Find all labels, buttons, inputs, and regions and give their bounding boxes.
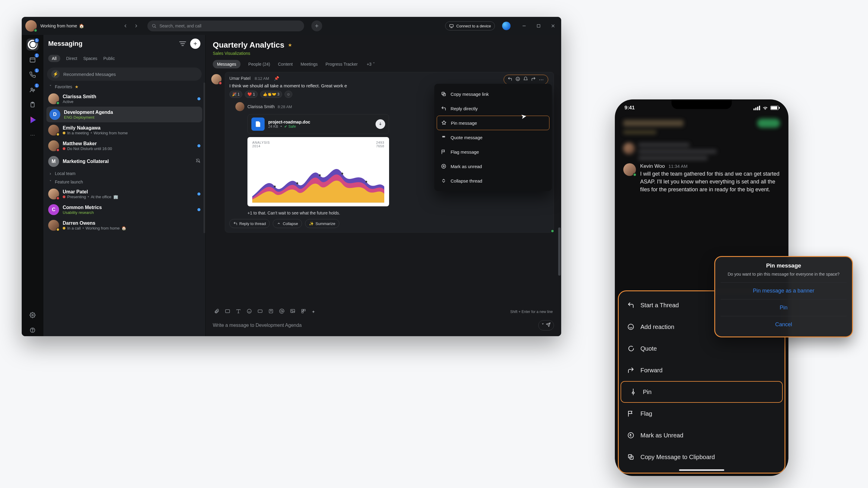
attach-icon[interactable] [214,308,219,315]
compose-input[interactable]: Write a message to Development Agenda [213,319,535,331]
sheet-copy[interactable]: Copy Message to Clipboard [619,446,784,468]
tab-messages[interactable]: Messages [213,60,241,68]
global-search-input[interactable]: Search, meet, and call [147,21,304,31]
remind-icon[interactable] [523,76,528,83]
ctx-collapse-thread[interactable]: Collapse thread [437,173,550,188]
download-button[interactable] [375,119,385,129]
popover-pin-banner-button[interactable]: Pin message as a banner [721,282,846,299]
add-reaction-button[interactable]: ☺ [284,91,292,98]
send-button[interactable] [546,322,551,328]
rail-calendar[interactable]: 1 [27,54,38,66]
tab-people[interactable]: People (24) [248,62,270,67]
rail-settings[interactable] [27,309,38,321]
rail-vidapp[interactable] [27,114,38,126]
rail-calls[interactable]: 1 [27,69,38,81]
sheet-flag[interactable]: Flag [619,403,784,424]
tab-meetings[interactable]: Meetings [301,62,318,67]
section-feature[interactable]: ˅Feature launch [43,178,205,186]
ctx-flag-message[interactable]: Flag message [437,144,550,159]
emoji-icon[interactable] [247,308,252,315]
connect-device-button[interactable]: Connect to a device [445,22,495,30]
thread-author: Clarissa Smith [247,104,275,109]
forward-icon[interactable] [531,76,536,83]
list-item[interactable]: Clarissa SmithActive [43,91,205,107]
ai-icon[interactable]: ✦ [312,310,315,314]
mobile-mockup: 9:41 Kevin Woo11:34 AM I will get the te… [615,99,788,476]
list-item[interactable]: Matthew Baker Do Not Disturb until 16:00 [43,138,205,154]
rail-teams[interactable]: 1 [27,84,38,96]
svg-point-46 [291,310,292,311]
svg-line-1 [155,27,156,28]
home-indicator[interactable] [679,469,724,471]
personal-icon[interactable] [268,308,274,315]
new-action-button[interactable] [311,21,322,31]
filter-spaces[interactable]: Spaces [83,56,97,61]
collapse-button[interactable]: Collapse [273,219,302,228]
ctx-pin-message[interactable]: Pin message [437,116,550,130]
conversation-pane: Quarterly Analytics★ Sales Visualization… [206,35,561,336]
filter-all[interactable]: All [48,55,60,62]
section-favorites[interactable]: ˅Favorites★ [43,83,205,91]
reaction-chip[interactable]: 👍👏🤝 3 [260,91,282,98]
gif-icon[interactable] [257,308,263,315]
recommended-messages-row[interactable]: ⚡ Recommended Messages [47,67,202,81]
image-icon[interactable] [290,308,296,315]
minimize-button[interactable] [520,22,529,30]
list-item[interactable]: C Common Metrics Usability research [43,202,205,218]
summarize-button[interactable]: ✨ Summarize [305,219,339,228]
self-status[interactable]: Working from home🏠 [40,24,84,28]
sheet-mark-unread[interactable]: Mark as Unread [619,424,784,446]
list-item[interactable]: Umar Patel PresentingAt the office🏢 [43,186,205,202]
file-attachment-card[interactable]: project-roadmap.doc 24 KB • ✔ Safe [247,114,389,134]
list-item-selected[interactable]: D Development AgendaENG Deployment [46,107,202,122]
rail-help[interactable] [27,324,38,336]
rail-clipboard[interactable] [27,99,38,111]
chart-preview-card[interactable]: ANALYSIS2014 24937658 [247,137,389,206]
sidebar-filter-button[interactable] [178,39,187,48]
reply-icon[interactable] [507,76,513,83]
nav-back-button[interactable] [121,22,130,30]
unread-indicator [197,97,200,100]
svg-point-25 [516,77,520,81]
tab-progress[interactable]: Progress Tracker [326,62,358,67]
reaction-chip[interactable]: 🎉 1 [229,91,242,98]
reaction-chip[interactable]: ❤️ 1 [245,91,258,98]
self-avatar[interactable] [25,20,37,32]
sheet-quote[interactable]: Quote [619,338,784,359]
ctx-mark-unread[interactable]: Mark as unread [437,159,550,173]
pin-confirm-popover: Pin message Do you want to pin this mess… [714,256,853,337]
scrollbar-thumb[interactable] [558,227,561,275]
close-button[interactable] [549,22,558,30]
send-options-button[interactable]: ˅ [541,323,544,328]
ctx-quote-message[interactable]: Quote message [437,130,550,144]
recommended-label: Recommended Messages [63,72,116,77]
nav-forward-button[interactable] [132,22,141,30]
mention-icon[interactable] [279,308,284,315]
filter-direct[interactable]: Direct [66,56,78,61]
rail-more[interactable]: ⋯ [27,129,38,141]
popover-pin-button[interactable]: Pin [721,299,846,316]
section-local[interactable]: ›Local team [43,169,205,178]
apps-icon[interactable] [301,308,306,315]
ctx-copy-link[interactable]: Copy message link [437,87,550,101]
filter-public[interactable]: Public [103,56,115,61]
react-icon[interactable] [516,76,520,83]
rail-messaging[interactable]: 5 [27,38,38,51]
sheet-pin[interactable]: Pin [621,381,783,403]
more-icon[interactable]: ⋯ [539,77,544,83]
list-item[interactable]: Emily Nakagawa In a meetingWorking from … [43,122,205,138]
format-icon[interactable] [236,308,241,315]
reply-to-thread-button[interactable]: Reply to thread [229,219,270,228]
sheet-forward[interactable]: Forward [619,359,784,381]
list-item[interactable]: M Marketing Collateral [43,154,205,169]
list-item[interactable]: Darren Owens In a callWorking from home🏠 [43,218,205,233]
maximize-button[interactable] [534,22,543,30]
tabs-overflow[interactable]: +3 ˅ [367,62,375,67]
conversation-tabs: Messages People (24) Content Meetings Pr… [206,58,561,71]
screenshot-icon[interactable] [225,308,230,315]
new-message-button[interactable] [190,38,200,49]
ctx-reply-directly[interactable]: Reply directly [437,101,550,116]
tab-content[interactable]: Content [278,62,293,67]
popover-cancel-button[interactable]: Cancel [721,316,846,333]
favorite-star-icon[interactable]: ★ [288,42,292,48]
